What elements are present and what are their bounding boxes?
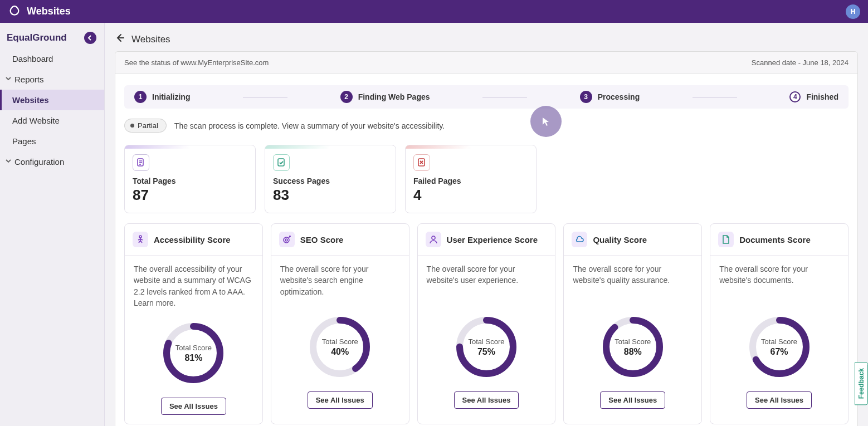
- sidebar-item-label: Dashboard: [12, 54, 53, 63]
- success-icon: [273, 154, 290, 171]
- donut-label: Total Score: [468, 337, 504, 346]
- stat-success-pages: Success Pages 83: [265, 145, 396, 213]
- app-logo-icon: [8, 5, 21, 18]
- see-all-issues-button[interactable]: See All Issues: [308, 391, 373, 409]
- donut-label: Total Score: [615, 337, 651, 346]
- score-donut: Total Score67%: [746, 314, 813, 380]
- file-icon: [718, 232, 734, 247]
- sidebar-item-dashboard[interactable]: Dashboard: [0, 48, 104, 69]
- donut-label: Total Score: [322, 337, 358, 346]
- sidebar-item-websites[interactable]: Websites: [0, 90, 104, 110]
- sidebar-item-label: Websites: [12, 95, 49, 105]
- donut-value: 75%: [477, 347, 495, 357]
- score-donut: Total Score81%: [160, 320, 227, 386]
- breadcrumb: Websites: [105, 23, 868, 51]
- step-label: Initializing: [152, 92, 190, 101]
- sidebar: EqualGround DashboardReportsWebsitesAdd …: [0, 23, 105, 426]
- sidebar-item-label: Pages: [12, 136, 36, 146]
- donut-value: 67%: [771, 347, 788, 357]
- status-message: The scan process is complete. View a sum…: [174, 121, 445, 130]
- stat-total-pages: Total Pages 87: [124, 145, 256, 213]
- topbar: Websites H: [0, 0, 868, 23]
- progress-steps: 1Initializing2Finding Web Pages3Processi…: [124, 85, 849, 109]
- back-arrow-icon[interactable]: [115, 33, 125, 46]
- donut-label: Total Score: [761, 337, 797, 346]
- sidebar-item-label: Add Website: [12, 116, 60, 125]
- svg-point-6: [284, 237, 289, 243]
- see-all-issues-button[interactable]: See All Issues: [600, 391, 665, 409]
- score-card-seo: SEO ScoreThe overall score for your webs…: [271, 223, 409, 424]
- step-number-badge: 4: [789, 91, 801, 102]
- status-prefix: See the status of www.MyEnterpriseSite.c…: [124, 58, 269, 67]
- step-connector: [693, 97, 737, 97]
- pages-icon: [133, 154, 149, 171]
- feedback-tab[interactable]: Feedback: [855, 362, 868, 405]
- score-card-quality: Quality ScoreThe overall score for your …: [563, 223, 702, 424]
- sidebar-collapse-button[interactable]: [84, 32, 96, 44]
- step-connector: [482, 97, 527, 97]
- stat-label: Failed Pages: [413, 177, 528, 185]
- website-summary-card: See the status of www.MyEnterpriseSite.c…: [115, 51, 858, 426]
- step-processing: 3Processing: [580, 91, 640, 103]
- donut-value: 88%: [624, 347, 642, 357]
- step-connector: [243, 97, 287, 97]
- failed-icon: [413, 154, 430, 171]
- svg-point-10: [432, 236, 435, 239]
- score-donut: Total Score75%: [453, 314, 520, 380]
- donut-label: Total Score: [175, 344, 212, 352]
- sidebar-item-reports[interactable]: Reports: [0, 69, 104, 90]
- scanned-date: Scanned date - June 18, 2024: [752, 58, 849, 67]
- step-label: Finished: [806, 92, 838, 101]
- step-number-badge: 1: [134, 91, 147, 103]
- step-finding-web-pages: 2Finding Web Pages: [340, 91, 430, 103]
- score-donut: Total Score40%: [306, 314, 373, 380]
- donut-value: 40%: [331, 347, 349, 357]
- score-donut: Total Score88%: [599, 314, 666, 380]
- see-all-issues-button[interactable]: See All Issues: [454, 391, 519, 409]
- stat-value: 83: [273, 187, 388, 204]
- svg-point-3: [139, 236, 142, 238]
- score-card-ux: User Experience ScoreThe overall score f…: [417, 223, 556, 424]
- score-description: The overall accessibility of your websit…: [125, 256, 262, 316]
- score-description: The overall score for your website's doc…: [710, 256, 848, 310]
- chevron-right-icon: [4, 159, 12, 165]
- org-name: EqualGround: [7, 32, 67, 43]
- score-card-accessibility: Accessibility ScoreThe overall accessibi…: [124, 223, 263, 424]
- main-content: Websites See the status of www.MyEnterpr…: [105, 23, 868, 426]
- step-number-badge: 2: [340, 91, 353, 103]
- stat-value: 87: [133, 187, 247, 204]
- stat-failed-pages: Failed Pages 4: [405, 145, 537, 213]
- score-title: Accessibility Score: [154, 235, 231, 244]
- score-title: SEO Score: [300, 235, 344, 244]
- sidebar-item-add-website[interactable]: Add Website: [0, 110, 104, 131]
- step-finished: 4Finished: [789, 91, 838, 102]
- stat-label: Success Pages: [273, 177, 388, 185]
- see-all-issues-button[interactable]: See All Issues: [161, 398, 226, 415]
- status-chip: Partial: [124, 119, 167, 133]
- svg-point-7: [285, 239, 287, 241]
- score-description: The overall score for your website's qua…: [564, 256, 701, 310]
- status-chip-label: Partial: [138, 121, 158, 130]
- target-icon: [279, 232, 295, 247]
- app-title: Websites: [27, 6, 71, 17]
- avatar[interactable]: H: [846, 4, 860, 19]
- status-dot-icon: [130, 124, 134, 128]
- score-description: The overall score for your website's use…: [418, 256, 555, 310]
- sidebar-item-pages[interactable]: Pages: [0, 131, 104, 151]
- person-icon: [133, 232, 148, 247]
- sidebar-item-label: Configuration: [14, 157, 64, 167]
- score-description: The overall score for your website's sea…: [271, 256, 409, 310]
- breadcrumb-label: Websites: [131, 34, 170, 45]
- step-initializing: 1Initializing: [134, 91, 190, 103]
- stat-value: 4: [413, 187, 528, 204]
- step-label: Processing: [598, 92, 640, 101]
- see-all-issues-button[interactable]: See All Issues: [747, 391, 812, 409]
- score-title: Documents Score: [739, 235, 811, 244]
- score-title: Quality Score: [593, 235, 647, 244]
- svg-rect-1: [278, 159, 284, 166]
- score-card-documents: Documents ScoreThe overall score for you…: [710, 223, 849, 424]
- sidebar-item-configuration[interactable]: Configuration: [0, 151, 104, 172]
- user-icon: [426, 232, 441, 247]
- donut-value: 81%: [184, 353, 202, 363]
- step-number-badge: 3: [580, 91, 592, 103]
